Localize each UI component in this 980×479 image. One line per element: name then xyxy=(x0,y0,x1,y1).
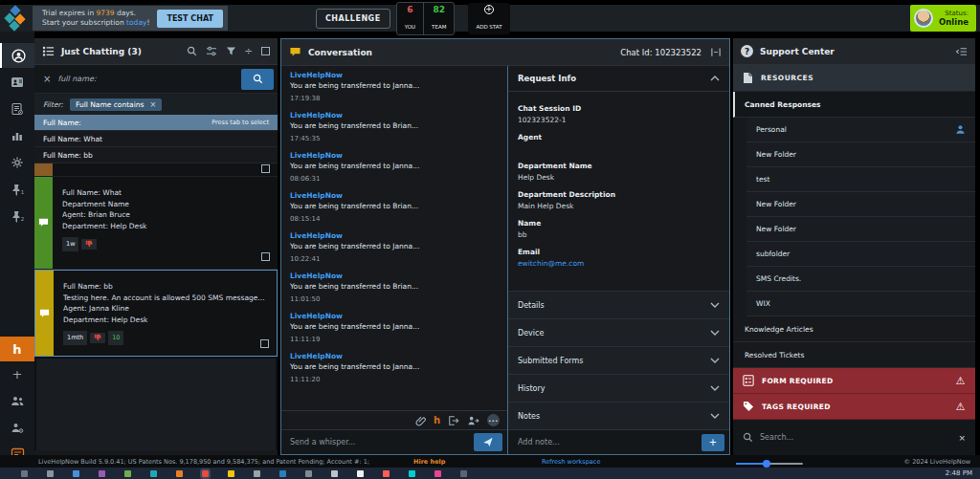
conversation-title: Conversation xyxy=(308,48,372,57)
canned-response-icon[interactable]: h xyxy=(434,415,440,425)
resize-columns-icon[interactable] xyxy=(710,47,722,57)
taskbar-app-icon[interactable] xyxy=(47,470,54,477)
transfer-agent-icon[interactable] xyxy=(467,415,479,426)
folder-row[interactable]: New Folder xyxy=(746,217,975,242)
chat-item-checkbox[interactable] xyxy=(261,252,270,261)
whisper-input[interactable] xyxy=(290,438,468,446)
livehelpnow-logo[interactable]: h xyxy=(0,337,34,361)
more-options-icon[interactable]: ••• xyxy=(487,414,500,426)
taskbar-app-icon[interactable] xyxy=(73,470,79,477)
section-details[interactable]: Details xyxy=(508,291,729,318)
section-resolved-tickets[interactable]: Resolved Tickets xyxy=(733,342,975,368)
taskbar-app-icon[interactable] xyxy=(99,470,105,477)
email-link[interactable]: ewitchin@me.com xyxy=(518,259,720,268)
request-info-header[interactable]: Request Info xyxy=(508,66,729,92)
hire-help-link[interactable]: Hire help xyxy=(413,458,445,466)
split-divide-icon[interactable]: ÷ xyxy=(245,47,253,56)
refresh-workspace-link[interactable]: Refresh workspace xyxy=(542,458,600,466)
taskbar-app-icon[interactable] xyxy=(21,470,28,477)
tags-required-banner[interactable]: TAGS REQUIRED ⚠ xyxy=(733,394,975,420)
folder-row[interactable]: SMS Credits. xyxy=(746,267,975,292)
add-note-input[interactable] xyxy=(518,438,696,446)
support-search-input[interactable] xyxy=(760,433,951,442)
select-all-checkbox[interactable] xyxy=(261,47,270,55)
agent-status-chip[interactable]: Status:Online xyxy=(910,5,976,32)
plus-icon: + xyxy=(709,437,717,447)
sort-settings-icon[interactable] xyxy=(206,46,217,56)
taskbar-app-icon[interactable] xyxy=(279,470,286,477)
section-knowledge-articles[interactable]: Knowledge Articles xyxy=(733,316,975,342)
sidebar-item-add[interactable]: + xyxy=(0,361,34,386)
taskbar-app-icon[interactable] xyxy=(305,470,312,477)
section-notes[interactable]: Notes xyxy=(508,402,729,429)
search-button[interactable] xyxy=(241,69,274,90)
section-history[interactable]: History xyxy=(508,374,729,402)
clear-icon[interactable]: × xyxy=(43,75,51,84)
remove-filter-icon[interactable]: × xyxy=(149,100,156,109)
trial-days: 9739 xyxy=(97,9,115,17)
challenge-button[interactable]: CHALLENGE xyxy=(316,9,390,29)
taskbar-app-icon[interactable] xyxy=(202,470,209,477)
form-required-banner[interactable]: FORM REQUIRED ⚠ xyxy=(733,368,975,394)
chat-search-input[interactable] xyxy=(57,75,234,83)
taskbar-app-icon[interactable] xyxy=(434,470,441,477)
chat-message: LiveHelpNowYou are being transferred to … xyxy=(290,271,507,305)
leave-chat-icon[interactable] xyxy=(448,415,459,426)
chat-message: LiveHelpNowYou are being transferred to … xyxy=(290,311,507,345)
add-note-button[interactable]: + xyxy=(702,434,724,451)
chat-list-item[interactable]: Full Name: What Department Name Agent: B… xyxy=(34,177,278,270)
sidebar-item-pin-2[interactable]: 2 xyxy=(0,204,34,229)
resources-section-header[interactable]: RESOURCES xyxy=(733,65,975,92)
section-submitted-forms[interactable]: Submitted Forms xyxy=(508,346,729,374)
suggestion-row[interactable]: Full Name: What xyxy=(34,131,278,147)
taskbar-app-icon[interactable] xyxy=(409,470,415,477)
suggestion-row[interactable]: Full Name: bb xyxy=(34,147,278,163)
sidebar-item-settings[interactable] xyxy=(0,150,34,175)
sidebar-item-pin-1[interactable]: 1 xyxy=(0,177,34,202)
taskbar-app-icon[interactable] xyxy=(357,470,364,477)
slider-knob[interactable] xyxy=(763,460,770,468)
taskbar-app-icon[interactable] xyxy=(331,470,338,477)
sidebar-item-chats[interactable] xyxy=(0,43,34,68)
sidebar-item-visitors[interactable] xyxy=(0,388,34,413)
taskbar-app-icon[interactable] xyxy=(124,470,131,477)
chat-item-checkbox[interactable] xyxy=(260,339,269,348)
folder-row[interactable]: WIX xyxy=(746,292,975,316)
sidebar-item-tickets[interactable] xyxy=(0,97,34,121)
thumbs-down-badge xyxy=(81,239,97,250)
send-button[interactable] xyxy=(474,433,502,451)
attachment-icon[interactable] xyxy=(415,415,426,426)
search-icon[interactable] xyxy=(187,46,197,56)
folder-row[interactable]: New Folder xyxy=(746,192,975,217)
sidebar-item-contacts[interactable] xyxy=(0,70,34,95)
taskbar-app-icon[interactable] xyxy=(460,470,467,477)
support-center-title: Support Center xyxy=(760,47,835,56)
folder-personal[interactable]: Personal xyxy=(746,118,975,142)
test-chat-button[interactable]: TEST CHAT xyxy=(157,10,223,28)
sidebar-item-reports[interactable] xyxy=(0,123,34,148)
folder-row[interactable]: test xyxy=(746,167,975,192)
warning-icon: ⚠ xyxy=(956,376,966,386)
taskbar-app-icon[interactable] xyxy=(150,470,157,477)
folder-canned-responses[interactable]: Canned Responses xyxy=(733,92,975,118)
section-device[interactable]: Device xyxy=(508,318,729,346)
suggestion-row[interactable]: Full Name: Press tab to select xyxy=(34,115,278,131)
clear-icon[interactable]: × xyxy=(958,433,966,443)
chat-id: Chat Id: 102323522 xyxy=(620,48,702,57)
subscription-link[interactable]: today xyxy=(126,18,146,27)
chat-item-checkbox[interactable] xyxy=(261,164,270,173)
filter-chip[interactable]: Full Name contains× xyxy=(70,98,162,111)
taskbar-app-icon[interactable] xyxy=(254,470,260,477)
chat-list-item-partial[interactable] xyxy=(34,163,278,177)
taskbar-app-icon[interactable] xyxy=(228,470,234,477)
taskbar-app-icon[interactable] xyxy=(383,470,390,477)
filter-funnel-icon[interactable] xyxy=(226,46,236,56)
chat-list-item-selected[interactable]: Full Name: bb Testing here. An account i… xyxy=(34,270,278,357)
folder-row[interactable]: New Folder xyxy=(746,142,975,167)
collapse-panel-icon[interactable] xyxy=(955,46,968,57)
taskbar-app-icon[interactable] xyxy=(176,470,183,477)
folder-row[interactable]: subfolder xyxy=(746,242,975,267)
panel-resize-slider[interactable] xyxy=(736,463,803,465)
sidebar-item-admin[interactable] xyxy=(0,415,34,440)
add-stat-button[interactable]: + ADD STAT xyxy=(468,3,509,34)
